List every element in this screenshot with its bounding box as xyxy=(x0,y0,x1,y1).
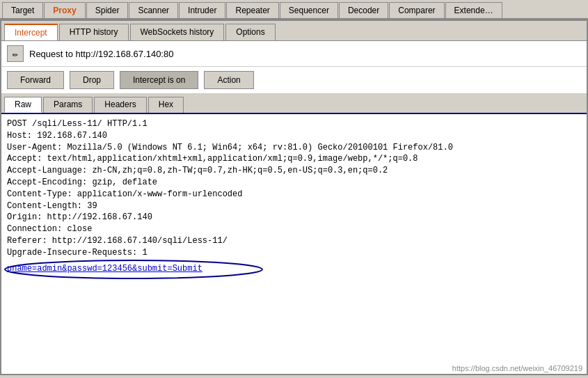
http-line-9: Origin: http://192.168.67.140 xyxy=(7,212,581,223)
action-button[interactable]: Action xyxy=(204,71,253,89)
http-line-10: Connection: close xyxy=(7,223,581,235)
content-tab-headers[interactable]: Headers xyxy=(94,97,146,113)
http-line-8: Content-Length: 39 xyxy=(7,200,581,212)
http-line-3: User-Agent: Mozilla/5.0 (Windows NT 6.1;… xyxy=(7,142,581,154)
tab-extender[interactable]: Extende… xyxy=(445,2,502,18)
tab-intruder[interactable]: Intruder xyxy=(179,2,225,18)
http-line-11: Referer: http://192.168.67.140/sqli/Less… xyxy=(7,235,581,247)
drop-button[interactable]: Drop xyxy=(70,71,114,89)
http-line-6: Accept-Encoding: gzip, deflate xyxy=(7,177,581,189)
http-line-4: Accept: text/html,application/xhtml+xml,… xyxy=(7,153,581,165)
watermark: https://blog.csdn.net/weixin_46709219 xyxy=(452,364,582,372)
top-tab-bar: Target Proxy Spider Scanner Intruder Rep… xyxy=(0,0,588,19)
sub-tab-http-history[interactable]: HTTP history xyxy=(59,24,129,40)
tab-comparer[interactable]: Comparer xyxy=(389,2,444,18)
tab-target[interactable]: Target xyxy=(2,2,43,18)
svg-point-0 xyxy=(5,260,262,278)
request-bar: ✏ Request to http://192.168.67.140:80 xyxy=(1,41,587,67)
post-data-wrapper: uname=admin&passwd=123456&submit=Submit xyxy=(7,263,202,275)
sub-tab-websockets[interactable]: WebSockets history xyxy=(130,24,225,40)
tab-repeater[interactable]: Repeater xyxy=(226,2,278,18)
ellipse-annotation xyxy=(1,259,273,280)
request-url: Request to http://192.168.67.140:80 xyxy=(29,49,173,59)
http-line-5: Accept-Language: zh-CN,zh;q=0.8,zh-TW;q=… xyxy=(7,165,581,177)
http-line-2: Host: 192.168.67.140 xyxy=(7,130,581,142)
intercept-toggle-button[interactable]: Intercept is on xyxy=(120,71,198,89)
tab-sequencer[interactable]: Sequencer xyxy=(280,2,338,18)
content-tab-bar: Raw Params Headers Hex xyxy=(1,94,587,114)
sub-tab-options[interactable]: Options xyxy=(225,24,275,40)
content-tab-raw[interactable]: Raw xyxy=(4,97,42,113)
tab-proxy[interactable]: Proxy xyxy=(44,2,85,18)
edit-icon[interactable]: ✏ xyxy=(7,45,24,62)
action-buttons-bar: Forward Drop Intercept is on Action xyxy=(1,67,587,94)
tab-spider[interactable]: Spider xyxy=(86,2,129,18)
http-line-1: POST /sqli/Less-11/ HTTP/1.1 xyxy=(7,118,581,130)
sub-tab-intercept[interactable]: Intercept xyxy=(4,24,58,40)
tab-decoder[interactable]: Decoder xyxy=(339,2,388,18)
main-panel: Intercept HTTP history WebSockets histor… xyxy=(0,19,588,375)
content-tab-hex[interactable]: Hex xyxy=(148,97,184,113)
sub-tab-bar: Intercept HTTP history WebSockets histor… xyxy=(1,21,587,41)
tab-scanner[interactable]: Scanner xyxy=(129,2,178,18)
content-tab-params[interactable]: Params xyxy=(43,97,93,113)
http-content-area[interactable]: POST /sqli/Less-11/ HTTP/1.1 Host: 192.1… xyxy=(1,114,587,374)
http-line-7: Content-Type: application/x-www-form-url… xyxy=(7,189,581,200)
http-line-12: Upgrade-Insecure-Requests: 1 xyxy=(7,247,581,259)
forward-button[interactable]: Forward xyxy=(7,71,64,89)
